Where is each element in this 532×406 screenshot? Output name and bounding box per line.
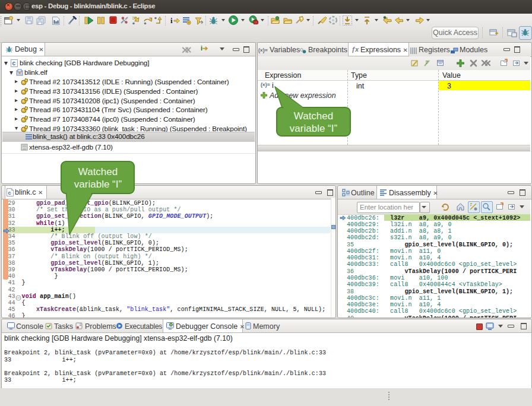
svg-text:Watched: Watched: [78, 166, 118, 177]
svg-text:variable “I”: variable “I”: [74, 179, 122, 190]
svg-text:variable “I”: variable “I”: [290, 123, 338, 134]
svg-text:Watched: Watched: [294, 110, 333, 122]
